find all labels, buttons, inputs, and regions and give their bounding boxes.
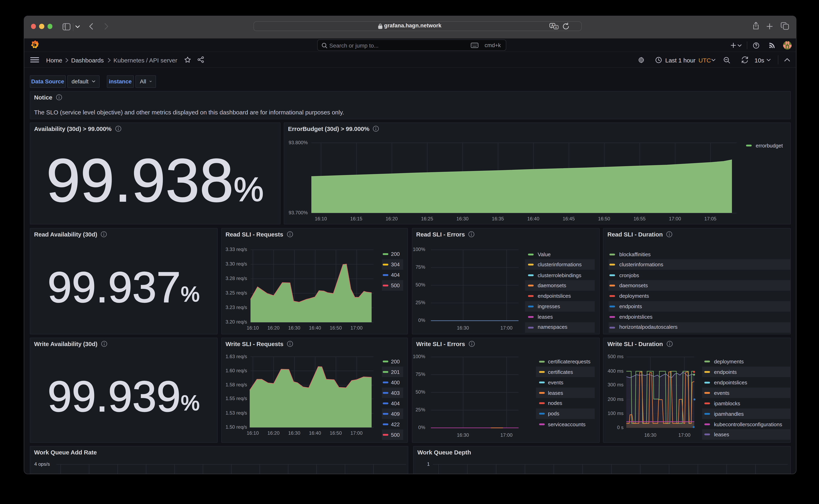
svg-text:x: x [555, 25, 557, 29]
svg-text:A: A [551, 24, 554, 27]
